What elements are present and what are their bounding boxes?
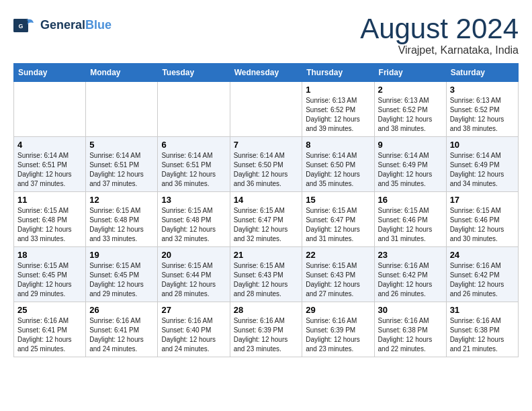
day-number: 21 — [234, 250, 299, 260]
day-info: Sunrise: 6:15 AM Sunset: 6:48 PM Dayligh… — [161, 206, 226, 244]
calendar-cell: 11Sunrise: 6:15 AM Sunset: 6:48 PM Dayli… — [14, 192, 86, 247]
calendar-cell: 10Sunrise: 6:14 AM Sunset: 6:49 PM Dayli… — [446, 137, 518, 192]
day-info: Sunrise: 6:16 AM Sunset: 6:38 PM Dayligh… — [378, 316, 443, 354]
calendar-cell — [230, 82, 302, 137]
calendar-cell: 9Sunrise: 6:14 AM Sunset: 6:49 PM Daylig… — [374, 137, 446, 192]
day-info: Sunrise: 6:16 AM Sunset: 6:40 PM Dayligh… — [161, 316, 226, 354]
day-info: Sunrise: 6:15 AM Sunset: 6:44 PM Dayligh… — [161, 261, 226, 299]
calendar-cell: 26Sunrise: 6:16 AM Sunset: 6:41 PM Dayli… — [86, 302, 158, 357]
calendar-cell — [86, 82, 158, 137]
calendar-cell: 16Sunrise: 6:15 AM Sunset: 6:46 PM Dayli… — [374, 192, 446, 247]
day-number: 4 — [17, 140, 82, 150]
calendar-cell: 20Sunrise: 6:15 AM Sunset: 6:44 PM Dayli… — [158, 247, 230, 302]
day-info: Sunrise: 6:15 AM Sunset: 6:47 PM Dayligh… — [234, 206, 299, 244]
calendar-cell: 29Sunrise: 6:16 AM Sunset: 6:39 PM Dayli… — [302, 302, 374, 357]
day-info: Sunrise: 6:16 AM Sunset: 6:42 PM Dayligh… — [378, 261, 443, 299]
day-number: 11 — [17, 195, 82, 205]
calendar-cell: 7Sunrise: 6:14 AM Sunset: 6:50 PM Daylig… — [230, 137, 302, 192]
day-info: Sunrise: 6:15 AM Sunset: 6:47 PM Dayligh… — [306, 206, 370, 244]
calendar-cell: 18Sunrise: 6:15 AM Sunset: 6:45 PM Dayli… — [14, 247, 86, 302]
day-number: 10 — [450, 140, 515, 150]
day-number: 17 — [450, 195, 515, 205]
day-info: Sunrise: 6:14 AM Sunset: 6:51 PM Dayligh… — [161, 151, 226, 189]
calendar-cell: 21Sunrise: 6:15 AM Sunset: 6:43 PM Dayli… — [230, 247, 302, 302]
calendar-cell: 4Sunrise: 6:14 AM Sunset: 6:51 PM Daylig… — [14, 137, 86, 192]
day-number: 5 — [89, 140, 154, 150]
week-row-4: 18Sunrise: 6:15 AM Sunset: 6:45 PM Dayli… — [14, 247, 519, 302]
day-info: Sunrise: 6:16 AM Sunset: 6:39 PM Dayligh… — [234, 316, 299, 354]
calendar-cell: 8Sunrise: 6:14 AM Sunset: 6:50 PM Daylig… — [302, 137, 374, 192]
day-info: Sunrise: 6:15 AM Sunset: 6:43 PM Dayligh… — [234, 261, 299, 299]
day-info: Sunrise: 6:13 AM Sunset: 6:52 PM Dayligh… — [306, 96, 370, 134]
day-info: Sunrise: 6:14 AM Sunset: 6:50 PM Dayligh… — [234, 151, 299, 189]
day-number: 16 — [378, 195, 443, 205]
day-number: 26 — [89, 305, 154, 315]
day-number: 1 — [306, 85, 370, 95]
day-number: 27 — [161, 305, 226, 315]
day-info: Sunrise: 6:16 AM Sunset: 6:38 PM Dayligh… — [450, 316, 515, 354]
calendar-cell: 27Sunrise: 6:16 AM Sunset: 6:40 PM Dayli… — [158, 302, 230, 357]
calendar-cell: 3Sunrise: 6:13 AM Sunset: 6:52 PM Daylig… — [446, 82, 518, 137]
calendar-cell — [158, 82, 230, 137]
day-number: 23 — [378, 250, 443, 260]
day-info: Sunrise: 6:15 AM Sunset: 6:45 PM Dayligh… — [89, 261, 154, 299]
location-subtitle: Virajpet, Karnataka, India — [360, 44, 519, 56]
day-info: Sunrise: 6:15 AM Sunset: 6:46 PM Dayligh… — [378, 206, 443, 244]
day-info: Sunrise: 6:16 AM Sunset: 6:39 PM Dayligh… — [306, 316, 370, 354]
weekday-header-sunday: Sunday — [14, 64, 86, 82]
day-info: Sunrise: 6:14 AM Sunset: 6:49 PM Dayligh… — [450, 151, 515, 189]
week-row-3: 11Sunrise: 6:15 AM Sunset: 6:48 PM Dayli… — [14, 192, 519, 247]
week-row-1: 1Sunrise: 6:13 AM Sunset: 6:52 PM Daylig… — [14, 82, 519, 137]
day-info: Sunrise: 6:13 AM Sunset: 6:52 PM Dayligh… — [450, 96, 515, 134]
day-number: 7 — [234, 140, 299, 150]
weekday-header-tuesday: Tuesday — [158, 64, 230, 82]
week-row-5: 25Sunrise: 6:16 AM Sunset: 6:41 PM Dayli… — [14, 302, 519, 357]
day-number: 22 — [306, 250, 370, 260]
day-number: 30 — [378, 305, 443, 315]
day-number: 8 — [306, 140, 370, 150]
day-info: Sunrise: 6:15 AM Sunset: 6:46 PM Dayligh… — [450, 206, 515, 244]
title-section: August 2024 Virajpet, Karnataka, India — [360, 13, 519, 56]
day-info: Sunrise: 6:16 AM Sunset: 6:41 PM Dayligh… — [17, 316, 82, 354]
calendar-cell: 30Sunrise: 6:16 AM Sunset: 6:38 PM Dayli… — [374, 302, 446, 357]
logo: G GeneralBlue — [13, 13, 112, 38]
day-info: Sunrise: 6:15 AM Sunset: 6:48 PM Dayligh… — [89, 206, 154, 244]
day-number: 9 — [378, 140, 443, 150]
day-number: 15 — [306, 195, 370, 205]
calendar-cell: 15Sunrise: 6:15 AM Sunset: 6:47 PM Dayli… — [302, 192, 374, 247]
weekday-header-row: SundayMondayTuesdayWednesdayThursdayFrid… — [14, 64, 519, 82]
week-row-2: 4Sunrise: 6:14 AM Sunset: 6:51 PM Daylig… — [14, 137, 519, 192]
calendar-cell: 25Sunrise: 6:16 AM Sunset: 6:41 PM Dayli… — [14, 302, 86, 357]
day-info: Sunrise: 6:14 AM Sunset: 6:51 PM Dayligh… — [89, 151, 154, 189]
calendar-cell: 22Sunrise: 6:15 AM Sunset: 6:43 PM Dayli… — [302, 247, 374, 302]
calendar-cell: 23Sunrise: 6:16 AM Sunset: 6:42 PM Dayli… — [374, 247, 446, 302]
weekday-header-monday: Monday — [86, 64, 158, 82]
calendar-cell: 14Sunrise: 6:15 AM Sunset: 6:47 PM Dayli… — [230, 192, 302, 247]
day-info: Sunrise: 6:15 AM Sunset: 6:43 PM Dayligh… — [306, 261, 370, 299]
logo-text-blue: Blue — [85, 18, 112, 32]
calendar-cell: 31Sunrise: 6:16 AM Sunset: 6:38 PM Dayli… — [446, 302, 518, 357]
day-info: Sunrise: 6:16 AM Sunset: 6:41 PM Dayligh… — [89, 316, 154, 354]
day-number: 6 — [161, 140, 226, 150]
weekday-header-saturday: Saturday — [446, 64, 518, 82]
calendar-cell: 24Sunrise: 6:16 AM Sunset: 6:42 PM Dayli… — [446, 247, 518, 302]
page-header: G GeneralBlue August 2024 Virajpet, Karn… — [13, 13, 519, 56]
weekday-header-thursday: Thursday — [302, 64, 374, 82]
day-info: Sunrise: 6:16 AM Sunset: 6:42 PM Dayligh… — [450, 261, 515, 299]
calendar-cell: 5Sunrise: 6:14 AM Sunset: 6:51 PM Daylig… — [86, 137, 158, 192]
weekday-header-wednesday: Wednesday — [230, 64, 302, 82]
calendar-cell — [14, 82, 86, 137]
calendar-cell: 19Sunrise: 6:15 AM Sunset: 6:45 PM Dayli… — [86, 247, 158, 302]
day-number: 19 — [89, 250, 154, 260]
day-number: 28 — [234, 305, 299, 315]
month-title: August 2024 — [360, 13, 519, 44]
day-info: Sunrise: 6:13 AM Sunset: 6:52 PM Dayligh… — [378, 96, 443, 134]
day-number: 20 — [161, 250, 226, 260]
day-info: Sunrise: 6:14 AM Sunset: 6:50 PM Dayligh… — [306, 151, 370, 189]
calendar-cell: 17Sunrise: 6:15 AM Sunset: 6:46 PM Dayli… — [446, 192, 518, 247]
calendar-cell: 12Sunrise: 6:15 AM Sunset: 6:48 PM Dayli… — [86, 192, 158, 247]
calendar-table: SundayMondayTuesdayWednesdayThursdayFrid… — [13, 63, 519, 357]
day-number: 3 — [450, 85, 515, 95]
day-info: Sunrise: 6:14 AM Sunset: 6:51 PM Dayligh… — [17, 151, 82, 189]
weekday-header-friday: Friday — [374, 64, 446, 82]
